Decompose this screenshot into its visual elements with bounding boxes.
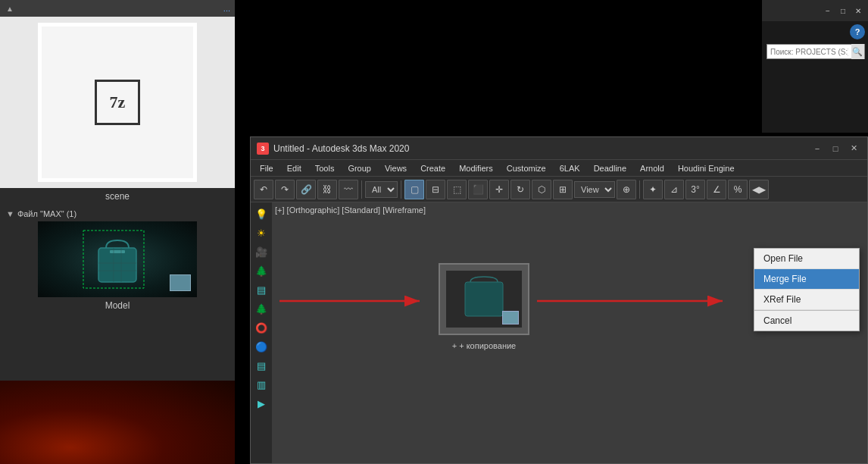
global-minimize-button[interactable]: − bbox=[821, 4, 835, 17]
collapse-arrow[interactable]: ▼ bbox=[6, 209, 14, 218]
title-bar: 3 Untitled - Autodesk 3ds Max 2020 − □ ✕ bbox=[251, 137, 867, 160]
vs-spline[interactable]: 🌲 bbox=[253, 300, 270, 317]
window-title: Untitled - Autodesk 3ds Max 2020 bbox=[273, 143, 409, 154]
vs-env[interactable]: ☀ bbox=[253, 224, 270, 241]
unlink-button[interactable]: ⛓ bbox=[317, 180, 337, 199]
viewport-content: [+] [Orthographic] [Standard] [Wireframe… bbox=[272, 202, 867, 463]
move-button[interactable]: ✛ bbox=[489, 180, 509, 199]
left-panel: ▲ ... 7z scene ▼ Файл "MAX" (1) bbox=[0, 0, 235, 464]
menu-group[interactable]: Group bbox=[342, 162, 377, 174]
global-search-input[interactable] bbox=[767, 48, 851, 56]
viewport-sidebar: 💡 ☀ 🎥 🌲 ▤ 🌲 ⭕ 🔵 ▤ ▥ ▶ bbox=[251, 202, 272, 463]
scale-button[interactable]: ⬡ bbox=[532, 180, 551, 199]
link-button[interactable]: 🔗 bbox=[296, 180, 316, 199]
select-region-button[interactable]: ⊟ bbox=[426, 180, 445, 199]
pivot-button[interactable]: ⊕ bbox=[617, 180, 636, 199]
viewport-label: [+] [Orthographic] [Standard] [Wireframe… bbox=[275, 205, 426, 215]
context-open-file[interactable]: Open File bbox=[754, 249, 859, 269]
svg-rect-8 bbox=[465, 282, 503, 316]
drag-label-text: + копирование bbox=[459, 341, 516, 350]
vs-shapes[interactable]: ▤ bbox=[253, 281, 270, 298]
vs-geometry[interactable]: 🌲 bbox=[253, 262, 270, 279]
file-section-header: ▼ Файл "MAX" (1) bbox=[6, 209, 229, 218]
context-xref-file[interactable]: XRef File bbox=[754, 290, 859, 310]
view-dropdown[interactable]: View bbox=[574, 181, 615, 198]
menu-6lak[interactable]: 6LAK bbox=[554, 162, 586, 174]
title-bar-controls: − □ ✕ bbox=[810, 143, 861, 155]
scene-thumb-inner: 7z bbox=[42, 27, 193, 178]
menu-deadline[interactable]: Deadline bbox=[588, 162, 632, 174]
selection-dropdown[interactable]: All bbox=[365, 181, 398, 198]
close-button[interactable]: ✕ bbox=[846, 143, 861, 155]
left-red-arrow bbox=[272, 278, 439, 324]
toolbar-sep-2 bbox=[401, 180, 401, 199]
global-search-button[interactable]: 🔍 bbox=[851, 44, 864, 59]
bottom-background bbox=[0, 381, 235, 464]
menu-create[interactable]: Create bbox=[414, 162, 451, 174]
vs-systems3[interactable]: ▶ bbox=[253, 395, 270, 412]
select-center-button[interactable]: ✦ bbox=[643, 180, 663, 199]
scene-thumbnail: 7z bbox=[38, 23, 197, 182]
model-label: Model bbox=[102, 297, 133, 314]
toolbar: ↶ ↷ 🔗 ⛓ 〰 All ▢ ⊟ ⬚ ⬛ ✛ ↻ ⬡ ⊞ View ⊕ ✦ ⊿… bbox=[251, 177, 867, 202]
toolbar-sep-3 bbox=[639, 180, 640, 199]
title-bar-left: 3 Untitled - Autodesk 3ds Max 2020 bbox=[257, 143, 409, 155]
select-button[interactable]: ▢ bbox=[404, 180, 424, 199]
menu-customize[interactable]: Customize bbox=[501, 162, 552, 174]
vs-spacewarps[interactable]: 🔵 bbox=[253, 338, 270, 355]
menu-bar: File Edit Tools Group Views Create Modif… bbox=[251, 160, 867, 177]
minimize-button[interactable]: − bbox=[810, 143, 825, 155]
redo-button[interactable]: ↷ bbox=[275, 180, 295, 199]
global-close-button[interactable]: ✕ bbox=[851, 4, 865, 17]
preview-small-box bbox=[502, 311, 519, 324]
drag-label: + + копирование bbox=[452, 341, 516, 350]
svg-rect-6 bbox=[83, 230, 144, 288]
mirror-button[interactable]: ⊿ bbox=[664, 180, 684, 199]
menu-edit[interactable]: Edit bbox=[281, 162, 308, 174]
bind-button[interactable]: 〰 bbox=[339, 180, 358, 199]
model-thumbnail bbox=[38, 221, 197, 297]
max-window: 3 Untitled - Autodesk 3ds Max 2020 − □ ✕… bbox=[250, 136, 868, 464]
vs-systems1[interactable]: ▤ bbox=[253, 357, 270, 374]
viewport: 💡 ☀ 🎥 🌲 ▤ 🌲 ⭕ 🔵 ▤ ▥ ▶ [+] [Orthographic]… bbox=[251, 202, 867, 463]
scroll-up-arrow[interactable]: ▲ bbox=[5, 3, 15, 14]
context-merge-file[interactable]: Merge File bbox=[754, 269, 859, 290]
vs-systems2[interactable]: ▥ bbox=[253, 376, 270, 393]
file-section-title: Файл "MAX" (1) bbox=[17, 209, 76, 218]
seven-zip-icon: 7z bbox=[95, 80, 140, 125]
vs-helpers[interactable]: ⭕ bbox=[253, 319, 270, 336]
nav-dots: ... bbox=[223, 4, 230, 13]
layer-button[interactable]: % bbox=[728, 180, 748, 199]
rotate-button[interactable]: ↻ bbox=[510, 180, 530, 199]
menu-arnold[interactable]: Arnold bbox=[634, 162, 670, 174]
drag-preview-image bbox=[446, 271, 522, 328]
menu-modifiers[interactable]: Modifiers bbox=[453, 162, 499, 174]
ref-coord-button[interactable]: ⊞ bbox=[553, 180, 573, 199]
vs-light[interactable]: 💡 bbox=[253, 205, 270, 222]
snap-button[interactable]: ∠ bbox=[707, 180, 726, 199]
context-menu: Open File Merge File XRef File Cancel bbox=[754, 248, 860, 331]
global-window-controls: − □ ✕ bbox=[762, 0, 868, 21]
scene-label: scene bbox=[0, 188, 235, 205]
maximize-button[interactable]: □ bbox=[828, 143, 843, 155]
drag-preview: + + копирование bbox=[439, 263, 529, 335]
app-icon: 3 bbox=[257, 143, 269, 155]
file-section: ▼ Файл "MAX" (1) bbox=[0, 205, 235, 318]
global-search-bar[interactable]: 🔍 bbox=[767, 44, 865, 59]
rect-select-button[interactable]: ⬚ bbox=[447, 180, 467, 199]
toolbar-sep-1 bbox=[361, 180, 362, 199]
global-maximize-button[interactable]: □ bbox=[836, 4, 850, 17]
lasso-select-button[interactable]: ⬛ bbox=[468, 180, 488, 199]
bbox-svg bbox=[72, 221, 163, 297]
menu-file[interactable]: File bbox=[254, 162, 279, 174]
undo-button[interactable]: ↶ bbox=[254, 180, 273, 199]
menu-tools[interactable]: Tools bbox=[309, 162, 341, 174]
context-cancel[interactable]: Cancel bbox=[754, 310, 859, 331]
vs-camera[interactable]: 🎥 bbox=[253, 243, 270, 260]
align-button[interactable]: 3° bbox=[685, 180, 705, 199]
right-red-arrow bbox=[529, 278, 734, 324]
menu-houdini-engine[interactable]: Houdini Engine bbox=[672, 162, 741, 174]
extra-button[interactable]: ◀▶ bbox=[749, 180, 769, 199]
global-help-button[interactable]: ? bbox=[850, 24, 865, 39]
menu-views[interactable]: Views bbox=[379, 162, 413, 174]
